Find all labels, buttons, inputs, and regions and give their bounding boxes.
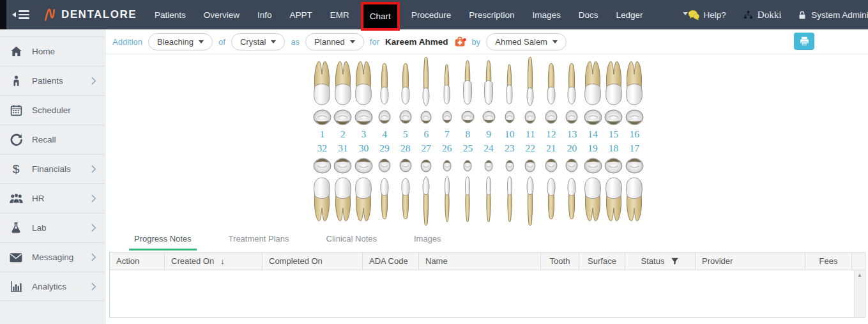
tooth-18[interactable]	[604, 176, 623, 224]
tooth-number-17[interactable]: 17	[629, 143, 639, 154]
scroll-up-arrow-icon[interactable]: ▲	[855, 270, 865, 280]
topnav-item-appt[interactable]: APPT	[281, 1, 321, 29]
collapse-menu-icon[interactable]	[12, 10, 29, 19]
tooth-occlusal-12[interactable]	[544, 109, 558, 125]
tooth-occlusal-4[interactable]	[377, 109, 392, 125]
tooth-occlusal-27[interactable]	[420, 158, 432, 173]
tooth-22[interactable]	[525, 176, 535, 227]
dokki-button[interactable]: Dokki	[743, 10, 782, 20]
tooth-number-16[interactable]: 16	[629, 128, 639, 140]
tooth-number-28[interactable]: 28	[400, 143, 411, 154]
tooth-occlusal-17[interactable]	[625, 157, 644, 174]
tooth-21[interactable]	[545, 176, 557, 222]
topnav-item-chart[interactable]: Chart	[361, 2, 400, 31]
first-aid-kit-icon[interactable]	[454, 36, 466, 48]
topnav-item-info[interactable]: Info	[248, 1, 281, 29]
tooth-24[interactable]	[485, 176, 492, 224]
tooth-occlusal-1[interactable]	[312, 109, 332, 126]
tooth-number-1[interactable]: 1	[319, 128, 324, 140]
tooth-occlusal-6[interactable]	[420, 110, 432, 125]
tooth-number-6[interactable]: 6	[423, 128, 429, 140]
sidebar-item-patients[interactable]: Patients	[0, 66, 105, 95]
brand-logo[interactable]: DENTALORE	[43, 7, 137, 22]
tooth-number-20[interactable]: 20	[567, 143, 577, 154]
tooth-occlusal-8[interactable]	[461, 110, 475, 124]
help-button[interactable]: Help?	[688, 10, 726, 20]
tooth-occlusal-15[interactable]	[604, 109, 623, 126]
tooth-number-29[interactable]: 29	[379, 143, 390, 154]
tooth-occlusal-16[interactable]	[625, 109, 644, 126]
tooth-number-26[interactable]: 26	[442, 143, 452, 154]
tooth-1[interactable]	[312, 58, 331, 107]
tooth-4[interactable]	[379, 61, 390, 107]
tooth-number-13[interactable]: 13	[567, 128, 577, 140]
topnav-item-emr[interactable]: EMR	[321, 1, 358, 29]
tooth-occlusal-10[interactable]	[504, 110, 515, 124]
column-header-created-on[interactable]: Created On↓	[165, 252, 263, 270]
tooth-31[interactable]	[333, 176, 353, 224]
tooth-8[interactable]	[461, 58, 474, 107]
tooth-11[interactable]	[525, 56, 535, 107]
topnav-item-docs[interactable]: Docs	[570, 1, 607, 29]
tooth-3[interactable]	[354, 58, 373, 107]
tooth-5[interactable]	[400, 61, 411, 107]
tooth-occlusal-22[interactable]	[524, 158, 537, 173]
tooth-occlusal-20[interactable]	[565, 158, 579, 173]
tooth-number-32[interactable]: 32	[317, 143, 328, 154]
tooth-26[interactable]	[443, 176, 451, 224]
column-header-ada-code[interactable]: ADA Code	[363, 252, 419, 270]
tab-images[interactable]: Images	[409, 230, 446, 251]
sidebar-item-analytics[interactable]: Analytics	[0, 272, 105, 301]
tooth-32[interactable]	[312, 176, 331, 224]
tooth-occlusal-23[interactable]	[505, 159, 515, 173]
tooth-occlusal-31[interactable]	[333, 157, 353, 174]
tooth-occlusal-24[interactable]	[483, 159, 494, 173]
tooth-number-21[interactable]: 21	[546, 143, 556, 154]
tooth-number-4[interactable]: 4	[382, 128, 387, 140]
tooth-number-14[interactable]: 14	[588, 128, 598, 140]
topnav-item-prescription[interactable]: Prescription	[460, 1, 523, 29]
tooth-20[interactable]	[566, 176, 577, 222]
topnav-item-images[interactable]: Images	[523, 1, 569, 29]
tooth-number-9[interactable]: 9	[486, 128, 491, 140]
status-dropdown[interactable]: Planned	[305, 33, 364, 50]
tooth-number-12[interactable]: 12	[546, 128, 556, 140]
tooth-occlusal-21[interactable]	[544, 158, 558, 173]
tooth-occlusal-32[interactable]	[312, 157, 332, 174]
tooth-30[interactable]	[354, 176, 373, 224]
topnav-item-procedure[interactable]: Procedure	[402, 1, 460, 29]
column-header-action[interactable]: Action	[110, 252, 165, 270]
tooth-occlusal-3[interactable]	[354, 109, 374, 126]
tooth-number-8[interactable]: 8	[466, 128, 471, 140]
tooth-number-19[interactable]: 19	[588, 143, 598, 154]
procedure-dropdown[interactable]: Bleaching	[148, 33, 213, 50]
column-header-name[interactable]: Name	[419, 252, 541, 270]
tooth-number-31[interactable]: 31	[338, 143, 348, 154]
sidebar-item-home[interactable]: Home	[0, 36, 105, 66]
tooth-2[interactable]	[333, 58, 353, 107]
tooth-occlusal-18[interactable]	[604, 157, 623, 174]
tooth-occlusal-13[interactable]	[565, 109, 579, 125]
tab-clinical-notes[interactable]: Clinical Notes	[321, 230, 382, 251]
tooth-occlusal-9[interactable]	[482, 110, 496, 124]
tooth-occlusal-19[interactable]	[583, 157, 603, 174]
sidebar-item-lab[interactable]: Lab	[0, 213, 105, 242]
tooth-23[interactable]	[506, 176, 514, 224]
tooth-number-25[interactable]: 25	[463, 143, 473, 154]
column-header-status[interactable]: Status	[625, 252, 696, 270]
tooth-25[interactable]	[464, 176, 471, 224]
tooth-27[interactable]	[421, 176, 431, 227]
provider-dropdown[interactable]: Ahmed Salem	[486, 33, 567, 50]
tooth-occlusal-5[interactable]	[399, 109, 413, 125]
sort-descending-icon[interactable]: ↓	[220, 256, 225, 266]
tooth-28[interactable]	[400, 176, 411, 222]
tooth-occlusal-25[interactable]	[462, 159, 473, 173]
tooth-occlusal-11[interactable]	[524, 110, 537, 125]
tooth-occlusal-2[interactable]	[333, 109, 353, 126]
tooth-number-3[interactable]: 3	[362, 128, 367, 140]
tooth-number-15[interactable]: 15	[609, 128, 619, 140]
tooth-16[interactable]	[625, 58, 644, 107]
sidebar-item-scheduler[interactable]: Scheduler	[0, 95, 105, 125]
tooth-number-24[interactable]: 24	[483, 143, 494, 154]
tooth-6[interactable]	[421, 56, 431, 107]
